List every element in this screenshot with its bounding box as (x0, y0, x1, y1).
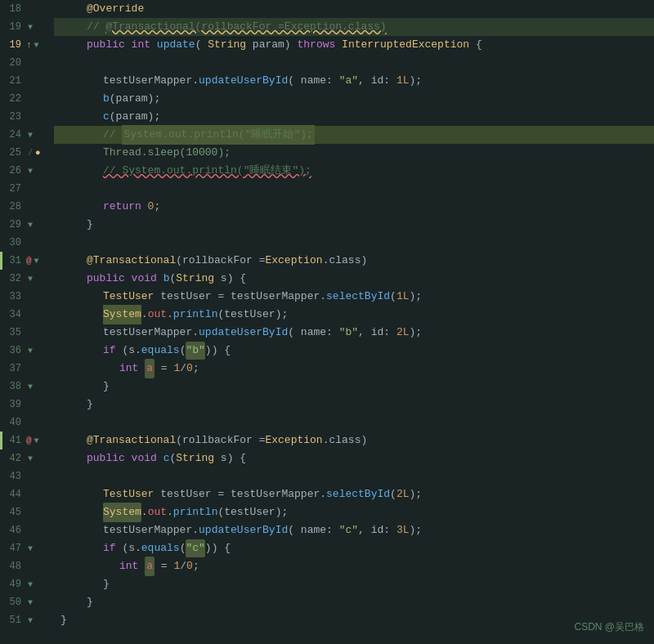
fold-icon-29[interactable]: ▼ (26, 221, 34, 230)
at-icon-41: @ (26, 436, 32, 445)
at-icon-31: @ (26, 256, 32, 266)
arrow-icon: ↑ (26, 40, 32, 50)
code-line-39: } (54, 396, 654, 414)
code-line-48: int a = 1/0; (54, 557, 654, 575)
fold-icon-50[interactable]: ▼ (26, 598, 34, 607)
line-num-18: 18 (0, 3, 26, 15)
code-editor: 18 19▼ 19↑▼ 20 21 22 23 24▼ 25/● 26▼ 27 … (0, 0, 654, 644)
code-line-29: } (54, 216, 654, 234)
line-num-20: 20 (0, 57, 26, 69)
code-line-45: System.out.println(testUser); (54, 503, 654, 521)
code-line-35: testUserMapper.updateUserById( name: "b"… (54, 324, 654, 342)
fold-icon-47[interactable]: ▼ (26, 544, 34, 553)
line-num-41: 41 (0, 435, 26, 446)
fold-icon-19[interactable]: ▼ (33, 41, 41, 50)
fold-icon-49[interactable]: ▼ (26, 580, 34, 589)
line-num-29: 29 (0, 219, 26, 230)
line-num-26: 26 (0, 165, 26, 177)
line-num-43: 43 (0, 471, 26, 482)
code-line-19-comment: // @Transactional(rollbackFor =Exception… (54, 18, 654, 36)
code-line-26: // System.out.println("睡眠结束"); (54, 162, 654, 180)
code-line-40 (54, 414, 654, 432)
fold-icon-24[interactable]: ▼ (26, 131, 34, 140)
code-line-21: testUserMapper.updateUserById( name: "a"… (54, 72, 654, 90)
line-num-46: 46 (0, 525, 26, 536)
code-line-42: public void c(String s) { (54, 449, 654, 467)
line-num-24: 24 (0, 129, 26, 141)
fold-icon-31[interactable]: ▼ (33, 257, 41, 266)
code-line-50: } (54, 593, 654, 611)
line-num-36: 36 (0, 345, 26, 356)
line-num-42: 42 (0, 453, 26, 464)
line-num-47: 47 (0, 543, 26, 554)
code-line-36: if (s.equals("b")) { (54, 342, 654, 360)
line-num-38: 38 (0, 381, 26, 392)
fold-icon-42[interactable]: ▼ (26, 454, 34, 463)
code-line-51: } (54, 611, 654, 629)
code-line-19: public int update( String param) throws … (54, 36, 654, 54)
line-num-51: 51 (0, 615, 26, 626)
line-num-19c: 19 (0, 21, 26, 33)
code-line-41: @Transactional(rollbackFor =Exception.cl… (54, 432, 654, 449)
code-line-34: System.out.println(testUser); (54, 306, 654, 324)
line-num-45: 45 (0, 507, 26, 518)
code-line-31: @Transactional(rollbackFor =Exception.cl… (54, 252, 654, 270)
code-line-28: return 0; (54, 198, 654, 216)
fold-icon-36[interactable]: ▼ (26, 347, 34, 356)
bulb-icon[interactable]: ● (35, 148, 41, 158)
code-line-24: // System.out.println("睡眠开始"); (54, 126, 654, 144)
line-num-44: 44 (0, 489, 26, 500)
line-num-37: 37 (0, 363, 26, 374)
line-num-27: 27 (0, 183, 26, 195)
code-line-46: testUserMapper.updateUserById( name: "c"… (54, 521, 654, 539)
code-line-37: int a = 1/0; (54, 360, 654, 378)
line-num-25: 25 (0, 147, 26, 159)
code-line-22: b(param); (54, 90, 654, 108)
line-num-23: 23 (0, 111, 26, 123)
line-num-50: 50 (0, 597, 26, 608)
line-num-48: 48 (0, 561, 26, 572)
code-line-49: } (54, 575, 654, 593)
code-line-44: TestUser testUser = testUserMapper.selec… (54, 485, 654, 503)
code-line-27 (54, 180, 654, 198)
fold-icon-41[interactable]: ▼ (33, 436, 41, 445)
code-line-23: c(param); (54, 108, 654, 126)
code-line-25: Thread.sleep(10000); (54, 144, 654, 162)
code-line-18: @Override (54, 0, 654, 18)
code-line-43 (54, 467, 654, 485)
line-num-22: 22 (0, 93, 26, 105)
fold-icon-38[interactable]: ▼ (26, 382, 34, 391)
line-num-28: 28 (0, 201, 26, 212)
code-content[interactable]: @Override // @Transactional(rollbackFor … (51, 0, 654, 644)
fold-icon-32[interactable]: ▼ (26, 275, 34, 284)
gutter: 18 19▼ 19↑▼ 20 21 22 23 24▼ 25/● 26▼ 27 … (0, 0, 51, 644)
line-num-35: 35 (0, 327, 26, 338)
line-num-40: 40 (0, 417, 26, 428)
fold-icon-26[interactable]: ▼ (26, 167, 34, 176)
code-area: 18 19▼ 19↑▼ 20 21 22 23 24▼ 25/● 26▼ 27 … (0, 0, 654, 644)
code-line-33: TestUser testUser = testUserMapper.selec… (54, 288, 654, 306)
line-num-33: 33 (0, 291, 26, 302)
fold-icon[interactable]: ▼ (26, 23, 34, 32)
line-num-32: 32 (0, 273, 26, 284)
line-num-34: 34 (0, 309, 26, 320)
line-num-30: 30 (0, 237, 26, 248)
code-line-38: } (54, 378, 654, 396)
line-num-49: 49 (0, 579, 26, 590)
code-line-30 (54, 234, 654, 252)
fold-icon-51[interactable]: ▼ (26, 616, 34, 625)
code-line-20 (54, 54, 654, 72)
watermark: CSDN @吴巴格 (574, 620, 644, 634)
code-line-32: public void b(String s) { (54, 270, 654, 288)
line-num-21: 21 (0, 75, 26, 87)
code-line-47: if (s.equals("c")) { (54, 539, 654, 557)
line-num-19: 19 (0, 39, 26, 51)
line-num-39: 39 (0, 399, 26, 410)
line-num-31: 31 (0, 255, 26, 266)
fold-icon-25: / (26, 149, 34, 158)
